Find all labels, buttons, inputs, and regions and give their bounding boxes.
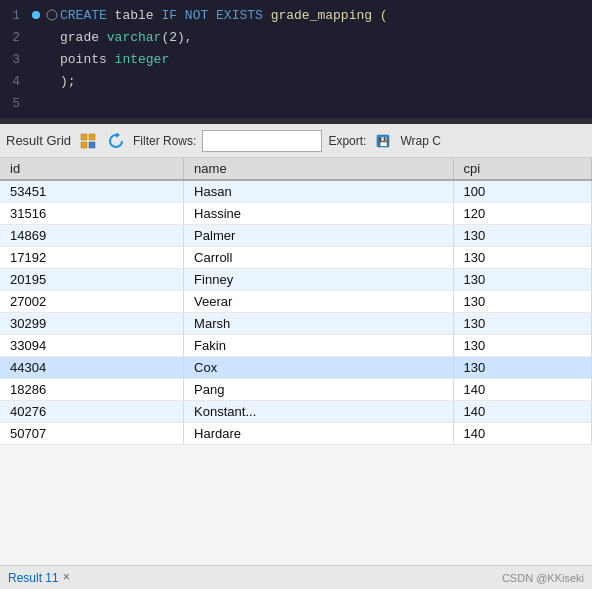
- code-line: 3 points integer: [0, 48, 592, 70]
- data-table: id name cpi 53451Hasan10031516Hassine120…: [0, 158, 592, 445]
- svg-rect-1: [81, 134, 87, 140]
- cell-name: Carroll: [184, 247, 453, 269]
- cell-name: Konstant...: [184, 401, 453, 423]
- code-line: 5: [0, 92, 592, 114]
- cell-id: 53451: [0, 180, 184, 203]
- table-row[interactable]: 18286Pang140: [0, 379, 592, 401]
- code-line: 2 grade varchar(2),: [0, 26, 592, 48]
- table-row[interactable]: 14869Palmer130: [0, 225, 592, 247]
- cell-name: Hassine: [184, 203, 453, 225]
- cell-cpi: 140: [453, 379, 591, 401]
- cell-name: Hardare: [184, 423, 453, 445]
- line-number: 5: [0, 96, 28, 111]
- table-row[interactable]: 44304Cox130: [0, 357, 592, 379]
- status-bar: Result 11 × CSDN @KKiseki: [0, 565, 592, 589]
- code-editor: 1CREATE table IF NOT EXISTS grade_mappin…: [0, 0, 592, 118]
- svg-text:💾: 💾: [378, 136, 390, 148]
- table-row[interactable]: 20195Finney130: [0, 269, 592, 291]
- cell-cpi: 130: [453, 247, 591, 269]
- table-header: id name cpi: [0, 158, 592, 180]
- svg-rect-2: [89, 134, 95, 140]
- cell-name: Pang: [184, 379, 453, 401]
- svg-point-0: [47, 10, 57, 20]
- cell-id: 40276: [0, 401, 184, 423]
- wrap-label: Wrap C: [400, 134, 440, 148]
- line-number: 3: [0, 52, 28, 67]
- cell-cpi: 100: [453, 180, 591, 203]
- table-row[interactable]: 27002Veerar130: [0, 291, 592, 313]
- cell-id: 20195: [0, 269, 184, 291]
- cell-id: 18286: [0, 379, 184, 401]
- cell-cpi: 130: [453, 269, 591, 291]
- cell-cpi: 130: [453, 291, 591, 313]
- refresh-icon[interactable]: [105, 130, 127, 152]
- line-number: 2: [0, 30, 28, 45]
- cell-id: 31516: [0, 203, 184, 225]
- cell-name: Fakin: [184, 335, 453, 357]
- result-toolbar: Result Grid Filter Rows: Export: 💾 Wrap …: [0, 124, 592, 158]
- result-table: id name cpi 53451Hasan10031516Hassine120…: [0, 158, 592, 565]
- cell-id: 14869: [0, 225, 184, 247]
- line-content: points integer: [60, 52, 592, 67]
- cell-cpi: 130: [453, 225, 591, 247]
- cell-name: Palmer: [184, 225, 453, 247]
- table-row[interactable]: 50707Hardare140: [0, 423, 592, 445]
- cell-id: 33094: [0, 335, 184, 357]
- table-row[interactable]: 40276Konstant...140: [0, 401, 592, 423]
- cell-name: Veerar: [184, 291, 453, 313]
- cell-cpi: 130: [453, 335, 591, 357]
- table-row[interactable]: 17192Carroll130: [0, 247, 592, 269]
- line-content: );: [60, 74, 592, 89]
- cell-name: Marsh: [184, 313, 453, 335]
- cell-cpi: 130: [453, 357, 591, 379]
- cell-cpi: 120: [453, 203, 591, 225]
- cell-cpi: 130: [453, 313, 591, 335]
- table-body: 53451Hasan10031516Hassine12014869Palmer1…: [0, 180, 592, 445]
- cell-name: Cox: [184, 357, 453, 379]
- line-number: 1: [0, 8, 28, 23]
- filter-input[interactable]: [202, 130, 322, 152]
- cell-id: 50707: [0, 423, 184, 445]
- breakpoint-icon: [44, 9, 60, 21]
- grid-icon[interactable]: [77, 130, 99, 152]
- cell-name: Hasan: [184, 180, 453, 203]
- table-row[interactable]: 30299Marsh130: [0, 313, 592, 335]
- code-line: 4 );: [0, 70, 592, 92]
- table-row[interactable]: 31516Hassine120: [0, 203, 592, 225]
- line-content: CREATE table IF NOT EXISTS grade_mapping…: [60, 8, 592, 23]
- line-number: 4: [0, 74, 28, 89]
- cell-cpi: 140: [453, 401, 591, 423]
- code-line: 1CREATE table IF NOT EXISTS grade_mappin…: [0, 4, 592, 26]
- result-tab-label[interactable]: Result 11: [8, 571, 59, 585]
- close-tab-button[interactable]: ×: [63, 571, 70, 585]
- cell-id: 17192: [0, 247, 184, 269]
- result-tab: Result 11 ×: [8, 571, 70, 585]
- col-cpi: cpi: [453, 158, 591, 180]
- cell-id: 30299: [0, 313, 184, 335]
- table-row[interactable]: 53451Hasan100: [0, 180, 592, 203]
- csdn-watermark: CSDN @KKiseki: [502, 572, 584, 584]
- cell-id: 27002: [0, 291, 184, 313]
- cell-name: Finney: [184, 269, 453, 291]
- export-icon[interactable]: 💾: [372, 130, 394, 152]
- svg-rect-3: [81, 142, 87, 148]
- col-id: id: [0, 158, 184, 180]
- line-content: grade varchar(2),: [60, 30, 592, 45]
- cell-id: 44304: [0, 357, 184, 379]
- col-name: name: [184, 158, 453, 180]
- line-dot: [28, 11, 44, 19]
- result-grid-label: Result Grid: [6, 133, 71, 148]
- table-row[interactable]: 33094Fakin130: [0, 335, 592, 357]
- svg-rect-4: [89, 142, 95, 148]
- filter-rows-label: Filter Rows:: [133, 134, 196, 148]
- export-label: Export:: [328, 134, 366, 148]
- cell-cpi: 140: [453, 423, 591, 445]
